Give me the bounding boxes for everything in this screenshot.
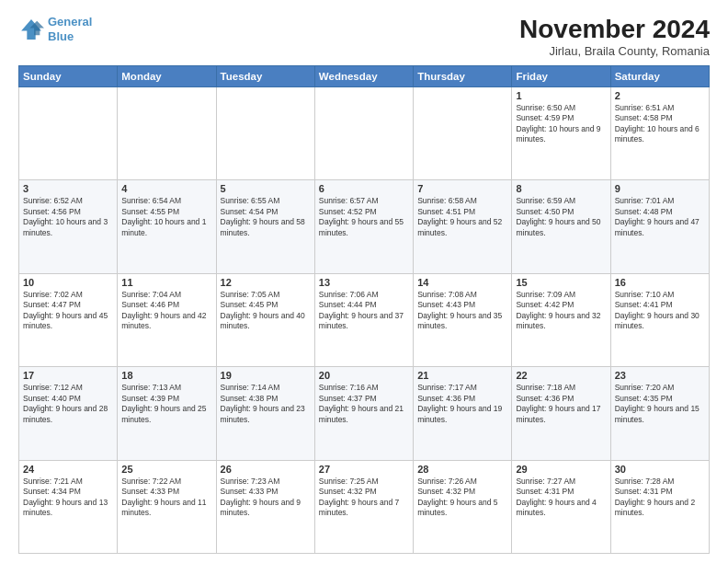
day-number: 3 xyxy=(23,183,113,194)
day-number: 29 xyxy=(516,464,606,475)
calendar-body: 1Sunrise: 6:50 AM Sunset: 4:59 PM Daylig… xyxy=(19,87,710,554)
day-number: 6 xyxy=(319,183,409,194)
day-number: 22 xyxy=(516,370,606,381)
day-info: Sunrise: 6:54 AM Sunset: 4:55 PM Dayligh… xyxy=(121,196,211,238)
day-cell: 7Sunrise: 6:58 AM Sunset: 4:51 PM Daylig… xyxy=(414,180,512,273)
day-info: Sunrise: 7:17 AM Sunset: 4:36 PM Dayligh… xyxy=(417,383,507,425)
col-header-thursday: Thursday xyxy=(414,66,512,87)
week-row-5: 24Sunrise: 7:21 AM Sunset: 4:34 PM Dayli… xyxy=(19,460,710,553)
day-number: 19 xyxy=(221,370,311,381)
col-header-monday: Monday xyxy=(118,66,216,87)
day-cell: 18Sunrise: 7:13 AM Sunset: 4:39 PM Dayli… xyxy=(118,367,216,460)
week-row-4: 17Sunrise: 7:12 AM Sunset: 4:40 PM Dayli… xyxy=(19,367,710,460)
day-info: Sunrise: 7:26 AM Sunset: 4:32 PM Dayligh… xyxy=(417,477,507,519)
day-number: 5 xyxy=(221,183,311,194)
day-cell: 10Sunrise: 7:02 AM Sunset: 4:47 PM Dayli… xyxy=(19,273,118,366)
day-info: Sunrise: 7:08 AM Sunset: 4:43 PM Dayligh… xyxy=(417,290,507,332)
day-number: 23 xyxy=(615,370,705,381)
day-info: Sunrise: 7:18 AM Sunset: 4:36 PM Dayligh… xyxy=(516,383,606,425)
day-info: Sunrise: 7:14 AM Sunset: 4:38 PM Dayligh… xyxy=(221,383,311,425)
day-cell xyxy=(216,87,314,180)
day-cell: 16Sunrise: 7:10 AM Sunset: 4:41 PM Dayli… xyxy=(610,273,709,366)
day-info: Sunrise: 7:02 AM Sunset: 4:47 PM Dayligh… xyxy=(23,290,113,332)
day-number: 24 xyxy=(23,464,113,475)
day-cell: 27Sunrise: 7:25 AM Sunset: 4:32 PM Dayli… xyxy=(314,460,413,553)
day-number: 26 xyxy=(221,464,311,475)
day-cell: 24Sunrise: 7:21 AM Sunset: 4:34 PM Dayli… xyxy=(19,460,118,553)
day-number: 21 xyxy=(417,370,507,381)
week-row-2: 3Sunrise: 6:52 AM Sunset: 4:56 PM Daylig… xyxy=(19,180,710,273)
logo-icon xyxy=(18,17,44,42)
day-number: 10 xyxy=(23,277,113,288)
week-row-1: 1Sunrise: 6:50 AM Sunset: 4:59 PM Daylig… xyxy=(19,87,710,180)
day-number: 30 xyxy=(615,464,705,475)
subtitle: Jirlau, Braila County, Romania xyxy=(519,44,710,58)
week-row-3: 10Sunrise: 7:02 AM Sunset: 4:47 PM Dayli… xyxy=(19,273,710,366)
title-block: November 2024 Jirlau, Braila County, Rom… xyxy=(519,15,710,58)
day-info: Sunrise: 7:21 AM Sunset: 4:34 PM Dayligh… xyxy=(23,477,113,519)
day-cell: 23Sunrise: 7:20 AM Sunset: 4:35 PM Dayli… xyxy=(610,367,709,460)
day-number: 15 xyxy=(516,277,606,288)
day-number: 14 xyxy=(417,277,507,288)
day-number: 25 xyxy=(121,464,211,475)
day-number: 1 xyxy=(516,90,606,101)
day-number: 20 xyxy=(319,370,409,381)
day-cell: 29Sunrise: 7:27 AM Sunset: 4:31 PM Dayli… xyxy=(512,460,610,553)
day-number: 7 xyxy=(417,183,507,194)
day-cell: 3Sunrise: 6:52 AM Sunset: 4:56 PM Daylig… xyxy=(19,180,118,273)
day-info: Sunrise: 7:06 AM Sunset: 4:44 PM Dayligh… xyxy=(319,290,409,332)
day-cell: 6Sunrise: 6:57 AM Sunset: 4:52 PM Daylig… xyxy=(314,180,413,273)
day-cell xyxy=(314,87,413,180)
day-number: 28 xyxy=(417,464,507,475)
day-info: Sunrise: 7:10 AM Sunset: 4:41 PM Dayligh… xyxy=(615,290,705,332)
day-cell xyxy=(19,87,118,180)
day-info: Sunrise: 7:01 AM Sunset: 4:48 PM Dayligh… xyxy=(615,196,705,238)
day-number: 4 xyxy=(121,183,211,194)
day-number: 17 xyxy=(23,370,113,381)
day-info: Sunrise: 7:22 AM Sunset: 4:33 PM Dayligh… xyxy=(121,477,211,519)
day-cell: 9Sunrise: 7:01 AM Sunset: 4:48 PM Daylig… xyxy=(610,180,709,273)
day-info: Sunrise: 6:57 AM Sunset: 4:52 PM Dayligh… xyxy=(319,196,409,238)
day-cell: 1Sunrise: 6:50 AM Sunset: 4:59 PM Daylig… xyxy=(512,87,610,180)
day-cell: 22Sunrise: 7:18 AM Sunset: 4:36 PM Dayli… xyxy=(512,367,610,460)
main-title: November 2024 xyxy=(519,15,710,44)
day-cell: 28Sunrise: 7:26 AM Sunset: 4:32 PM Dayli… xyxy=(414,460,512,553)
day-info: Sunrise: 7:25 AM Sunset: 4:32 PM Dayligh… xyxy=(319,477,409,519)
day-cell: 21Sunrise: 7:17 AM Sunset: 4:36 PM Dayli… xyxy=(414,367,512,460)
day-cell: 15Sunrise: 7:09 AM Sunset: 4:42 PM Dayli… xyxy=(512,273,610,366)
day-info: Sunrise: 7:05 AM Sunset: 4:45 PM Dayligh… xyxy=(221,290,311,332)
day-number: 11 xyxy=(121,277,211,288)
day-cell: 8Sunrise: 6:59 AM Sunset: 4:50 PM Daylig… xyxy=(512,180,610,273)
logo-line2: Blue xyxy=(48,29,74,43)
day-info: Sunrise: 6:58 AM Sunset: 4:51 PM Dayligh… xyxy=(417,196,507,238)
day-cell xyxy=(118,87,216,180)
day-number: 13 xyxy=(319,277,409,288)
day-info: Sunrise: 6:55 AM Sunset: 4:54 PM Dayligh… xyxy=(221,196,311,238)
day-cell: 30Sunrise: 7:28 AM Sunset: 4:31 PM Dayli… xyxy=(610,460,709,553)
day-cell: 12Sunrise: 7:05 AM Sunset: 4:45 PM Dayli… xyxy=(216,273,314,366)
day-cell: 13Sunrise: 7:06 AM Sunset: 4:44 PM Dayli… xyxy=(314,273,413,366)
col-header-tuesday: Tuesday xyxy=(216,66,314,87)
col-header-saturday: Saturday xyxy=(610,66,709,87)
day-number: 2 xyxy=(615,90,705,101)
day-cell: 26Sunrise: 7:23 AM Sunset: 4:33 PM Dayli… xyxy=(216,460,314,553)
logo: General Blue xyxy=(18,15,92,43)
day-info: Sunrise: 6:52 AM Sunset: 4:56 PM Dayligh… xyxy=(23,196,113,238)
day-cell: 2Sunrise: 6:51 AM Sunset: 4:58 PM Daylig… xyxy=(610,87,709,180)
col-header-sunday: Sunday xyxy=(19,66,118,87)
logo-line1: General xyxy=(48,15,92,29)
day-info: Sunrise: 6:50 AM Sunset: 4:59 PM Dayligh… xyxy=(516,103,606,145)
day-cell: 11Sunrise: 7:04 AM Sunset: 4:46 PM Dayli… xyxy=(118,273,216,366)
day-info: Sunrise: 7:09 AM Sunset: 4:42 PM Dayligh… xyxy=(516,290,606,332)
col-header-wednesday: Wednesday xyxy=(314,66,413,87)
day-number: 8 xyxy=(516,183,606,194)
day-info: Sunrise: 7:16 AM Sunset: 4:37 PM Dayligh… xyxy=(319,383,409,425)
day-cell: 20Sunrise: 7:16 AM Sunset: 4:37 PM Dayli… xyxy=(314,367,413,460)
day-cell: 14Sunrise: 7:08 AM Sunset: 4:43 PM Dayli… xyxy=(414,273,512,366)
day-cell: 25Sunrise: 7:22 AM Sunset: 4:33 PM Dayli… xyxy=(118,460,216,553)
col-header-friday: Friday xyxy=(512,66,610,87)
day-number: 27 xyxy=(319,464,409,475)
day-info: Sunrise: 7:23 AM Sunset: 4:33 PM Dayligh… xyxy=(221,477,311,519)
day-info: Sunrise: 7:20 AM Sunset: 4:35 PM Dayligh… xyxy=(615,383,705,425)
day-cell xyxy=(414,87,512,180)
